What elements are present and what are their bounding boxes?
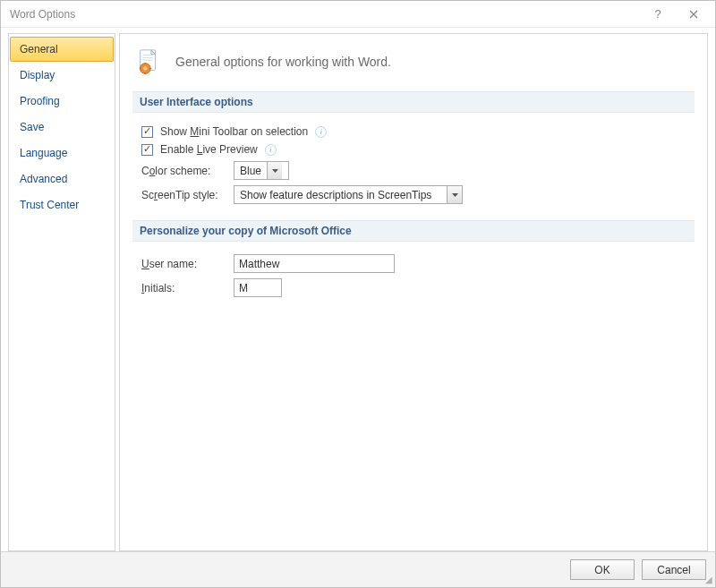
username-input[interactable] xyxy=(234,254,395,273)
svg-point-5 xyxy=(143,66,147,70)
close-button[interactable] xyxy=(676,2,712,27)
cancel-button[interactable]: Cancel xyxy=(642,559,706,580)
screentip-label: ScreenTip style: xyxy=(141,189,226,201)
options-content: General options for working with Word. U… xyxy=(119,33,708,551)
screentip-dropdown[interactable]: Show feature descriptions in ScreenTips xyxy=(234,185,463,204)
ok-button[interactable]: OK xyxy=(570,559,635,580)
initials-input[interactable] xyxy=(234,278,282,297)
dialog-body: General Display Proofing Save Language A… xyxy=(1,28,715,551)
color-scheme-row: Color scheme: Blue xyxy=(141,161,691,180)
initials-row: Initials: xyxy=(141,278,691,297)
live-preview-row: Enable Live Preview i xyxy=(141,143,691,156)
titlebar: Word Options ? xyxy=(1,1,715,28)
initials-label: Initials: xyxy=(141,282,226,294)
nav-item-advanced[interactable]: Advanced xyxy=(10,166,114,192)
section-personalize-header: Personalize your copy of Microsoft Offic… xyxy=(132,220,695,242)
color-scheme-dropdown[interactable]: Blue xyxy=(234,161,289,180)
screentip-row: ScreenTip style: Show feature descriptio… xyxy=(141,185,691,204)
dialog-footer: OK Cancel xyxy=(1,551,715,587)
page-header: General options for working with Word. xyxy=(132,43,695,84)
live-preview-label: Enable Live Preview xyxy=(160,143,258,156)
nav-item-display[interactable]: Display xyxy=(10,63,114,88)
live-preview-checkbox[interactable] xyxy=(141,144,153,156)
word-options-dialog: Word Options ? General Display Proofing … xyxy=(0,0,716,588)
help-button[interactable]: ? xyxy=(640,2,676,27)
nav-item-proofing[interactable]: Proofing xyxy=(10,89,114,114)
section-ui-body: Show Mini Toolbar on selection i Enable … xyxy=(132,120,695,213)
color-scheme-value: Blue xyxy=(234,162,267,179)
mini-toolbar-checkbox[interactable] xyxy=(141,126,153,138)
chevron-down-icon xyxy=(447,186,462,203)
info-icon[interactable]: i xyxy=(315,126,327,138)
general-options-icon xyxy=(136,48,163,75)
nav-item-trust-center[interactable]: Trust Center xyxy=(10,192,114,217)
username-label: User name: xyxy=(141,258,226,270)
section-personalize-body: User name: Initials: xyxy=(132,249,695,306)
color-scheme-label: Color scheme: xyxy=(141,165,226,177)
info-icon[interactable]: i xyxy=(265,144,277,156)
window-title: Word Options xyxy=(10,8,640,21)
mini-toolbar-label: Show Mini Toolbar on selection xyxy=(160,125,308,138)
nav-item-language[interactable]: Language xyxy=(10,141,114,166)
category-nav: General Display Proofing Save Language A… xyxy=(8,33,115,551)
page-header-text: General options for working with Word. xyxy=(175,55,391,69)
mini-toolbar-row: Show Mini Toolbar on selection i xyxy=(141,125,691,138)
username-row: User name: xyxy=(141,254,691,273)
screentip-value: Show feature descriptions in ScreenTips xyxy=(234,186,447,203)
nav-item-save[interactable]: Save xyxy=(10,115,114,140)
nav-item-general[interactable]: General xyxy=(10,37,114,62)
chevron-down-icon xyxy=(267,162,282,179)
section-ui-header: User Interface options xyxy=(132,91,695,113)
